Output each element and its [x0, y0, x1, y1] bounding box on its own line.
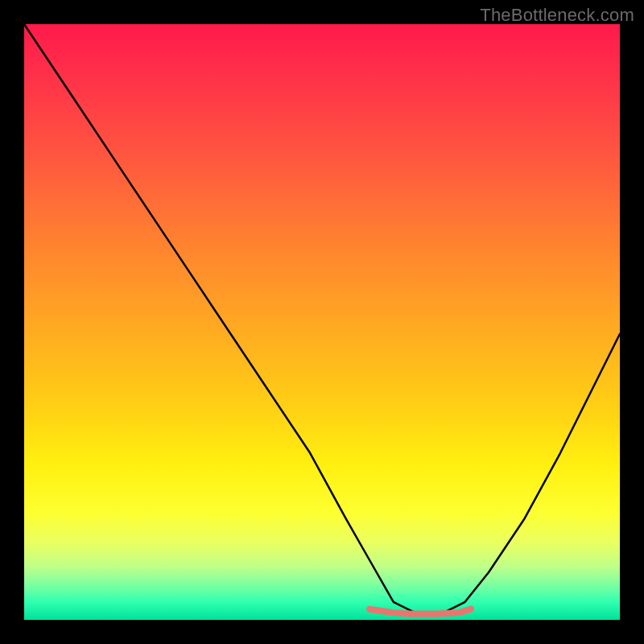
series-container	[24, 24, 620, 614]
chart-svg	[24, 24, 620, 620]
series-bottleneck-curve	[24, 24, 620, 614]
watermark-text: TheBottleneck.com	[480, 5, 634, 26]
chart-frame: TheBottleneck.com	[0, 0, 644, 644]
plot-area	[24, 24, 620, 620]
series-optimal-band	[369, 609, 471, 614]
